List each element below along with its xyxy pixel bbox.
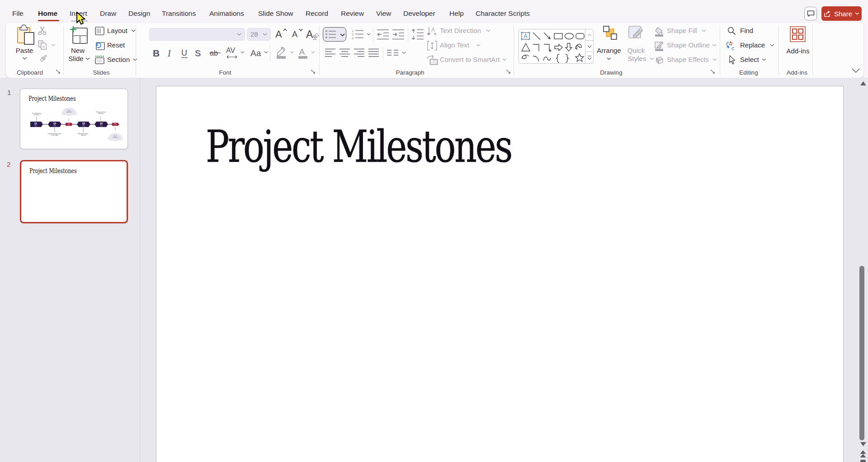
text-highlight-color-button[interactable] xyxy=(275,47,287,59)
align-text-label[interactable]: Align Text xyxy=(440,41,469,49)
character-spacing-button[interactable]: AV xyxy=(226,46,239,60)
reset-button[interactable] xyxy=(95,41,105,50)
tab-file[interactable]: File xyxy=(12,9,24,18)
decrease-indent-button[interactable] xyxy=(377,29,389,40)
copy-icon[interactable] xyxy=(38,40,47,50)
panel-divider[interactable] xyxy=(140,78,140,462)
copy-dropdown-chevron-icon[interactable] xyxy=(51,44,55,47)
italic-button[interactable]: I xyxy=(166,47,174,59)
tab-transitions[interactable]: Transitions xyxy=(162,9,196,18)
paste-dropdown-chevron-icon[interactable] xyxy=(22,57,27,60)
align-text-button[interactable] xyxy=(427,41,437,51)
justify-button[interactable] xyxy=(368,48,379,57)
replace-button[interactable]: b c xyxy=(726,41,737,52)
drawing-dialog-launcher-icon[interactable] xyxy=(711,70,715,74)
shape-fill-label[interactable]: Shape Fill xyxy=(667,27,697,34)
scroll-up-arrow-icon[interactable] xyxy=(860,81,866,85)
bold-button[interactable]: B xyxy=(151,47,161,59)
align-right-button[interactable] xyxy=(354,48,365,57)
slide-canvas[interactable]: Project Milestones xyxy=(156,86,844,462)
tab-review[interactable]: Review xyxy=(341,9,364,18)
columns-chevron-icon[interactable] xyxy=(402,52,406,54)
text-direction-label[interactable]: Text Direction xyxy=(440,27,481,34)
shape-fill-button[interactable] xyxy=(654,27,664,37)
font-size-combobox[interactable]: 28 xyxy=(247,28,271,41)
line-spacing-button[interactable] xyxy=(411,28,424,40)
tab-developer[interactable]: Developer xyxy=(403,9,435,18)
select-label[interactable]: Select xyxy=(740,56,759,63)
select-button[interactable] xyxy=(728,55,736,65)
quick-styles-button[interactable] xyxy=(629,26,655,44)
clear-formatting-button[interactable]: A xyxy=(306,27,320,41)
font-color-chevron-icon[interactable] xyxy=(311,51,315,54)
font-dialog-launcher-icon[interactable] xyxy=(311,70,316,74)
bullets-button[interactable] xyxy=(323,27,346,42)
slide-title-text[interactable]: Project Milestones xyxy=(206,121,511,172)
replace-label[interactable]: Replace xyxy=(740,41,765,49)
font-color-button[interactable]: A xyxy=(297,47,308,59)
tab-character-scripts[interactable]: Character Scripts xyxy=(476,9,530,18)
clipboard-dialog-launcher-icon[interactable] xyxy=(56,70,61,74)
layout-button[interactable] xyxy=(95,27,104,35)
columns-button[interactable] xyxy=(387,49,399,57)
tab-help[interactable]: Help xyxy=(449,9,464,18)
paste-button[interactable] xyxy=(17,26,38,44)
share-button[interactable]: Share xyxy=(821,6,862,21)
convert-to-smartart-label[interactable]: Convert to SmartArt xyxy=(440,56,500,63)
find-label[interactable]: Find xyxy=(740,27,753,34)
scroll-down-arrow-icon[interactable] xyxy=(860,442,866,446)
change-case-button[interactable]: Aa xyxy=(250,48,264,59)
paragraph-dialog-launcher-icon[interactable] xyxy=(506,70,511,74)
new-slide-button[interactable] xyxy=(69,25,88,45)
gallery-scroll-down-button[interactable] xyxy=(585,40,594,52)
increase-indent-button[interactable] xyxy=(392,29,405,40)
text-highlight-chevron-icon[interactable] xyxy=(290,51,294,54)
text-shadow-button[interactable]: SS xyxy=(193,47,202,59)
format-painter-icon[interactable] xyxy=(38,54,47,64)
gallery-scroll-up-icon[interactable] xyxy=(587,33,592,37)
cut-icon[interactable] xyxy=(38,26,47,35)
gallery-more-button[interactable] xyxy=(585,52,594,63)
shape-effects-button[interactable] xyxy=(654,56,664,66)
align-left-button[interactable] xyxy=(325,48,336,57)
font-size-chevron-icon[interactable] xyxy=(263,33,267,36)
tab-draw[interactable]: Draw xyxy=(100,9,116,18)
text-direction-button[interactable]: A xyxy=(427,26,437,36)
shape-outline-button[interactable] xyxy=(654,41,664,51)
find-button[interactable] xyxy=(727,27,736,36)
scrollbar-thumb[interactable] xyxy=(859,266,864,440)
shape-gallery-shapes[interactable]: A xyxy=(520,31,585,63)
font-name-combobox[interactable] xyxy=(149,28,245,41)
underline-button[interactable]: U xyxy=(180,47,189,59)
slide-1-thumbnail[interactable]: Project Milestones Q1 2025 Q2 2025 xyxy=(20,89,128,149)
tab-home[interactable]: Home xyxy=(38,9,57,18)
previous-slide-button-icon[interactable] xyxy=(860,450,866,458)
convert-to-smartart-button[interactable] xyxy=(426,55,438,65)
arrange-button[interactable] xyxy=(603,26,627,44)
tab-design[interactable]: Design xyxy=(128,9,150,18)
tab-view[interactable]: View xyxy=(376,9,391,18)
tab-slide-show[interactable]: Slide Show xyxy=(258,9,293,18)
collapse-ribbon-icon[interactable] xyxy=(852,68,860,73)
character-spacing-chevron-icon[interactable] xyxy=(241,51,245,54)
shape-outline-label[interactable]: Shape Outline xyxy=(667,41,710,49)
font-name-chevron-icon[interactable] xyxy=(237,33,241,36)
shape-effects-label[interactable]: Shape Effects xyxy=(667,56,709,63)
comments-button[interactable] xyxy=(804,7,817,20)
change-case-chevron-icon[interactable] xyxy=(264,51,268,54)
reset-label[interactable]: Reset xyxy=(107,41,125,49)
decrease-font-size-button[interactable]: A xyxy=(290,27,303,41)
section-button[interactable] xyxy=(95,56,104,64)
section-label[interactable]: Section xyxy=(107,56,130,63)
layout-label[interactable]: Layout xyxy=(107,27,127,34)
align-center-button[interactable] xyxy=(340,48,350,57)
increase-font-size-button[interactable]: A xyxy=(274,27,288,41)
numbering-chevron-icon[interactable] xyxy=(367,33,371,36)
strikethrough-button[interactable]: ab xyxy=(209,47,221,59)
addins-button[interactable] xyxy=(789,26,807,44)
next-slide-button-icon[interactable] xyxy=(860,460,866,462)
slide-2-thumbnail[interactable]: Project Milestones xyxy=(20,160,128,223)
tab-record[interactable]: Record xyxy=(306,9,328,18)
tab-animations[interactable]: Animations xyxy=(209,9,244,18)
numbering-button[interactable]: 1 2 3 xyxy=(352,29,364,40)
